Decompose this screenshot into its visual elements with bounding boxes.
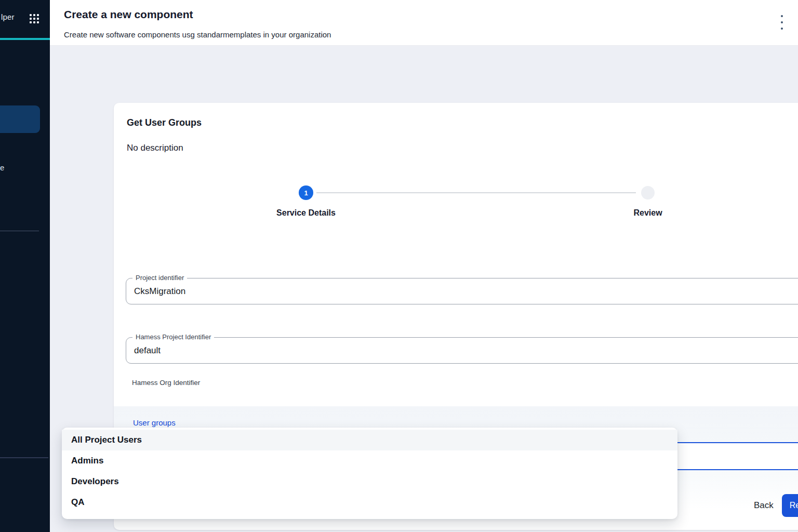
stepper-connector — [316, 192, 636, 193]
apps-grid-icon[interactable] — [30, 14, 40, 24]
page-title: Create a new component — [64, 8, 193, 21]
back-button[interactable]: Back — [752, 494, 776, 517]
sidebar-divider-bottom — [0, 457, 48, 458]
sidebar-item-label[interactable]: e — [0, 163, 4, 172]
review-button[interactable]: Review — [782, 494, 798, 517]
user-groups-dropdown-menu: All Project Users Admins Developers QA — [62, 428, 677, 519]
sidebar-accent-divider — [0, 38, 50, 40]
user-groups-link[interactable]: User groups — [133, 418, 176, 427]
sidebar: lper e — [0, 0, 50, 532]
step-1-label: Service Details — [276, 208, 336, 218]
harness-project-identifier-field: Hamess Project Identifier — [126, 337, 798, 364]
dropdown-option-admins[interactable]: Admins — [62, 450, 677, 471]
step-2-indicator — [641, 186, 655, 200]
sidebar-item-selected[interactable] — [0, 105, 40, 133]
sidebar-brand-text: lper — [1, 12, 15, 21]
page-subtitle: Create new software components usg stand… — [64, 30, 331, 39]
dropdown-option-qa[interactable]: QA — [62, 492, 677, 513]
project-identifier-field: Project identifier — [126, 278, 798, 304]
harness-org-identifier-label: Hamess Org Identifier — [132, 379, 200, 387]
project-identifier-input[interactable] — [134, 279, 798, 303]
step-1-indicator: 1 — [299, 185, 313, 200]
dropdown-option-all-project-users[interactable]: All Project Users — [62, 430, 677, 450]
card-heading: Get User Groups — [127, 117, 202, 128]
harness-project-identifier-input[interactable] — [134, 338, 798, 363]
dropdown-option-developers[interactable]: Developers — [62, 471, 677, 492]
step-2-label: Review — [633, 208, 662, 218]
sidebar-divider — [0, 231, 39, 231]
card-description: No description — [127, 143, 183, 153]
app-window: lper e Create a new component Create new… — [0, 0, 798, 532]
page-header: Create a new component Create new softwa… — [50, 0, 798, 46]
kebab-menu-icon[interactable] — [777, 14, 787, 31]
content-area: Get User Groups No description 1 Service… — [50, 46, 798, 532]
step-1-number: 1 — [304, 189, 308, 197]
